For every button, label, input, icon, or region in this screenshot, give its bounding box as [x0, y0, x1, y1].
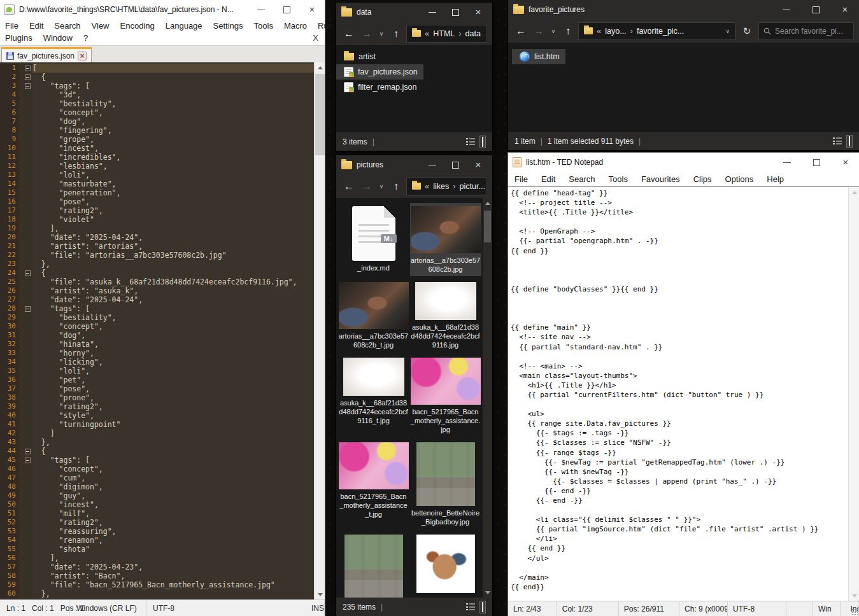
scroll-down-icon[interactable] [849, 591, 859, 601]
text-area[interactable]: {{ define "head-tag" }} <!-- project tit… [508, 187, 848, 601]
forward-icon[interactable]: → [359, 28, 374, 39]
menu-item[interactable]: Edit [29, 21, 43, 31]
menu-item[interactable]: Search [54, 21, 80, 31]
details-view-icon[interactable] [465, 137, 476, 146]
breadcrumb-segment-data[interactable]: data [465, 29, 481, 38]
menu-item[interactable]: ? [83, 33, 88, 43]
list-item[interactable]: artist [336, 49, 381, 64]
details-view-icon[interactable] [465, 603, 476, 611]
scroll-down-icon[interactable] [315, 589, 325, 599]
minimize-icon[interactable] [429, 8, 436, 16]
tab-fav-pictures-json[interactable]: fav_pictures.json × [1, 47, 92, 62]
list-item[interactable]: filter_remap.json [336, 80, 422, 95]
search-input[interactable] [775, 27, 849, 36]
list-item-list-htm[interactable]: list.htm [512, 49, 565, 64]
breadcrumb-segment-pictures[interactable]: pictur... [460, 182, 485, 191]
history-chevron-icon[interactable]: ∨ [377, 31, 386, 37]
forward-icon[interactable]: → [531, 25, 546, 37]
fold-collapse-icon[interactable] [25, 270, 31, 276]
up-icon[interactable]: ↑ [560, 25, 576, 37]
thumbnail-item[interactable]: bacn_5217965_Bacn_motherly_assistance_t.… [338, 439, 409, 529]
breadcrumb-collapse[interactable]: « [425, 181, 429, 191]
notepadpp-editor[interactable]: 1 [ 2 { 3 [0, 62, 325, 599]
scroll-up-icon[interactable] [849, 187, 859, 197]
thumbnail-item[interactable]: bettenoire_BetteNoire_Bigbadboy.jpg [410, 439, 481, 529]
thumbnail-item[interactable] [338, 531, 409, 598]
history-chevron-icon[interactable]: ∨ [377, 183, 386, 190]
thumbnail-view-icon[interactable] [479, 136, 486, 148]
content-scrollbar[interactable] [483, 198, 492, 598]
minimize-icon[interactable] [257, 6, 265, 13]
close-icon[interactable]: × [308, 6, 316, 13]
breadcrumb-collapse[interactable]: « [597, 26, 601, 36]
menu-item[interactable]: Edit [541, 174, 555, 184]
menu-item[interactable]: File [5, 21, 18, 31]
close-icon[interactable]: × [841, 6, 849, 13]
up-icon[interactable]: ↑ [388, 28, 404, 39]
menu-item[interactable]: Window [43, 33, 73, 43]
maximize-icon[interactable] [283, 6, 290, 13]
close-icon[interactable]: × [474, 8, 482, 16]
minimize-icon[interactable] [429, 161, 436, 169]
maximize-icon[interactable] [451, 161, 459, 169]
breadcrumb-segment-likes[interactable]: likes [433, 182, 449, 191]
menu-item[interactable]: File [515, 174, 528, 184]
menu-item[interactable]: Run [318, 21, 333, 31]
up-icon[interactable]: ↑ [388, 181, 404, 192]
breadcrumb-segment-layouts[interactable]: layo... [605, 27, 626, 36]
menu-item[interactable]: View [92, 21, 110, 31]
fold-collapse-icon[interactable] [25, 83, 31, 89]
minimize-icon[interactable] [783, 6, 790, 13]
scrollbar-thumb[interactable] [315, 74, 325, 155]
scrollbar-thumb[interactable] [484, 211, 491, 242]
menu-item[interactable]: Favourites [641, 174, 680, 184]
breadcrumb-segment-favorite-pictures[interactable]: favorite_pic... [637, 27, 684, 36]
thumbnail-item[interactable]: bacn_5217965_Bacn_motherly_assistance.jp… [410, 354, 481, 437]
maximize-icon[interactable] [813, 158, 820, 166]
tab-close-icon[interactable]: × [78, 52, 87, 60]
thumbnail-view-icon[interactable] [479, 601, 486, 613]
forward-icon[interactable]: → [359, 181, 374, 192]
refresh-icon[interactable]: ↻ [738, 25, 756, 37]
thumbnail-item[interactable]: artorias__a7bc303e57608c2b.jpg [410, 203, 481, 276]
menu-item[interactable]: Options [725, 174, 754, 184]
thumbnail-item[interactable]: artorias__a7bc303e57608c2b_t.jpg [338, 279, 409, 352]
menu-item[interactable]: Tools [609, 174, 628, 184]
details-view-icon[interactable] [832, 137, 842, 145]
thumbnail-item[interactable]: asuka_k__68af21d38d48dd7424eceafc2bcf911… [338, 354, 409, 437]
fold-collapse-icon[interactable] [25, 66, 31, 71]
fold-collapse-icon[interactable] [25, 449, 31, 454]
menu-item[interactable]: Macro [284, 21, 307, 31]
thumbnail-view-icon[interactable] [846, 135, 853, 148]
address-dropdown-icon[interactable]: ∨ [725, 28, 730, 34]
resize-grip[interactable] [851, 608, 858, 615]
fold-collapse-icon[interactable] [25, 306, 31, 312]
menu-item[interactable]: Help [767, 174, 784, 184]
back-icon[interactable]: ← [513, 25, 529, 37]
menu-item[interactable]: Plugins [5, 33, 32, 43]
back-icon[interactable]: ← [341, 28, 357, 39]
history-chevron-icon[interactable]: ∨ [549, 28, 558, 34]
editor-scrollbar[interactable] [848, 187, 859, 601]
scroll-up-icon[interactable] [315, 62, 325, 73]
back-icon[interactable]: ← [341, 181, 357, 192]
breadcrumb-collapse[interactable]: « [425, 29, 429, 38]
code-area[interactable]: 1 [ 2 { 3 [0, 62, 314, 599]
maximize-icon[interactable] [812, 6, 820, 13]
close-icon[interactable]: × [474, 161, 482, 169]
menu-item[interactable]: Settings [213, 21, 243, 31]
minimize-icon[interactable] [783, 158, 791, 166]
menu-item[interactable]: Encoding [120, 21, 155, 31]
scroll-down-icon[interactable] [483, 587, 492, 598]
scroll-up-icon[interactable] [483, 198, 492, 208]
thumbnail-item[interactable] [410, 531, 481, 598]
editor-scrollbar[interactable] [314, 62, 325, 599]
fold-collapse-icon[interactable] [25, 458, 31, 463]
thumbnail-item[interactable]: asuka_k__68af21d38d48dd7424eceafc2bcf911… [410, 279, 481, 352]
fold-collapse-icon[interactable] [25, 74, 31, 80]
list-item[interactable]: fav_pictures.json [336, 64, 423, 80]
menu-close-x[interactable]: X [313, 33, 318, 43]
menu-item[interactable]: Tools [254, 21, 273, 31]
close-icon[interactable]: × [842, 158, 849, 166]
maximize-icon[interactable] [451, 8, 459, 16]
